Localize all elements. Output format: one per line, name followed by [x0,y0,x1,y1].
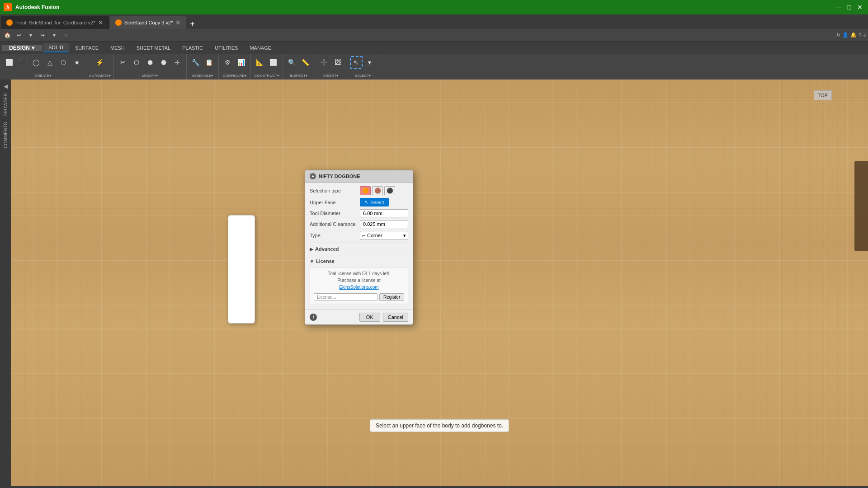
tab-close-1[interactable]: ✕ [175,19,181,26]
main-toolbar: ⬜ ⬛ ◯ △ ⬡ ★ CREATE▾ ⚡ AUTOMATE▾ ✂ ⬡ ⬢ ⬣ … [0,54,868,80]
redo-icon[interactable]: ↪ [37,30,48,40]
menu-tabs: DESIGN ▾ SOLID SURFACE MESH SHEET METAL … [0,42,868,54]
shape-white[interactable] [228,215,255,324]
create-revolve-icon[interactable]: ◯ [30,56,42,69]
menu-tab-sheet-metal[interactable]: SHEET METAL [131,44,176,52]
sel-icon-solid[interactable]: 🟠 [360,186,371,195]
insert-icon[interactable]: ➕ [318,56,330,69]
tab-0[interactable]: Final_SideStand_for_Cardboard v2* ✕ [1,16,109,29]
modify-label[interactable]: MODIFY▾ [142,74,158,78]
menu-tab-surface[interactable]: SURFACE [70,44,104,52]
assemble-joint-icon[interactable]: 🔧 [189,56,202,69]
shape-container [228,215,255,324]
construct-label[interactable]: CONSTRUCT▾ [255,74,279,78]
trial-text: Trial license with 58.1 days left. Purch… [314,270,404,291]
nav-bell-icon[interactable]: 🔔 [850,32,857,38]
sel-icon-edge[interactable]: ⚫ [384,186,395,195]
modify-shell-icon[interactable]: ⬣ [157,56,170,69]
configure-table-icon[interactable]: 📊 [235,56,248,69]
redo-dropdown-icon[interactable]: ▾ [49,30,60,40]
tool-diameter-row: Tool Diameter [310,209,408,217]
create-sweep-icon[interactable]: △ [43,56,56,69]
configure-label[interactable]: CONFIGURE▾ [223,74,246,78]
app-logo: A [4,3,12,11]
toolbar-group-insert: ➕ 🖼 INSERT▾ [315,54,347,80]
assemble-label[interactable]: ASSEMBLE▾ [192,74,213,78]
construct-axis-icon[interactable]: ⬜ [267,56,280,69]
modify-fillet-icon[interactable]: ⬡ [130,56,143,69]
create-more-icon[interactable]: ★ [71,56,83,69]
home-icon[interactable]: 🏠 [2,30,13,40]
license-link[interactable]: EkinsSolutions.com [339,285,378,290]
tool-diameter-input[interactable] [360,209,408,217]
comments-label[interactable]: COMMENTS [3,120,8,150]
modify-press-pull-icon[interactable]: ✂ [117,56,129,69]
additional-clearance-input[interactable] [360,220,408,228]
configure-icon[interactable]: ⚙ [222,56,234,69]
construct-plane-icon[interactable]: 📐 [254,56,266,69]
insert-decal-icon[interactable]: 🖼 [331,56,344,69]
ok-button[interactable]: OK [359,313,380,322]
toolbar-group-create: ⬜ ⬛ ◯ △ ⬡ ★ CREATE▾ [0,54,86,80]
top-label: TOP [814,90,832,100]
close-button[interactable]: ✕ [855,4,864,10]
type-select[interactable]: ⌐ Corner ▾ [360,231,408,240]
inspect-interference-icon[interactable]: 📏 [299,56,312,69]
license-section-header[interactable]: ▼ License [310,257,408,265]
create-new-component-icon[interactable]: ⬜ [3,56,15,69]
info-icon[interactable]: i [310,314,317,321]
create-extrude-icon[interactable]: ⬛ [16,56,29,69]
home-nav-icon[interactable]: ⌂ [61,30,71,40]
menu-tab-mesh[interactable]: MESH [105,44,130,52]
menu-tab-plastic[interactable]: PLASTIC [177,44,208,52]
tab-close-0[interactable]: ✕ [98,19,104,26]
browser-label[interactable]: BROWSER [3,91,8,118]
main-area: ◀ BROWSER COMMENTS TOP Select an upper f… [0,80,868,486]
register-button[interactable]: Register [379,293,404,301]
modify-move-icon[interactable]: ✛ [171,56,184,69]
sel-icon-face[interactable]: 🟤 [372,186,383,195]
tool-diameter-label: Tool Diameter [310,211,357,216]
dialog-icon: ● [310,173,316,179]
minimize-button[interactable]: — [834,4,843,10]
automate-icon[interactable]: ⚡ [94,56,106,69]
maximize-button[interactable]: □ [844,4,854,10]
insert-label[interactable]: INSERT▾ [323,74,338,78]
inspect-label[interactable]: INSPECT▾ [290,74,307,78]
dialog-body: Selection type 🟠 🟤 ⚫ Upper Face ↖ Select [305,183,413,310]
design-button[interactable]: DESIGN ▾ [2,45,42,51]
canvas[interactable]: TOP Select an upper face of the body to … [11,80,868,486]
select-label[interactable]: SELECT▾ [355,74,371,78]
menu-tab-manage[interactable]: MANAGE [244,44,277,52]
tab-label-0: Final_SideStand_for_Cardboard v2* [15,20,95,25]
create-loft-icon[interactable]: ⬡ [57,56,70,69]
advanced-section-header[interactable]: ▶ Advanced [310,245,408,253]
toolbar-group-configure: ⚙ 📊 CONFIGURE▾ [219,54,251,80]
tab-bar: Final_SideStand_for_Cardboard v2* ✕ Side… [0,14,868,29]
select-dropdown-icon[interactable]: ▾ [363,56,376,69]
menu-tab-solid[interactable]: SOLID [43,43,69,52]
nav-help-icon[interactable]: ? [859,33,861,38]
automate-label[interactable]: AUTOMATE▾ [89,74,111,78]
tab-1[interactable]: SideStand Copy 3 v2* ✕ [110,16,187,29]
select-icon[interactable]: ↖ [350,56,363,69]
menu-tab-utilities[interactable]: UTILITIES [209,44,243,52]
undo-dropdown-icon[interactable]: ▾ [25,30,36,40]
cancel-button[interactable]: Cancel [383,313,408,322]
nav-user-icon[interactable]: 👤 [842,32,849,38]
sidebar-collapse-arrow[interactable]: ◀ [4,83,8,89]
modify-chamfer-icon[interactable]: ⬢ [144,56,156,69]
left-sidebar: ◀ BROWSER COMMENTS [0,80,11,486]
inspect-measure-icon[interactable]: 🔍 [286,56,298,69]
new-tab-button[interactable]: + [186,19,198,29]
toolbar-group-assemble: 🔧 📋 ASSEMBLE▾ [187,54,219,80]
assemble-joint-origin-icon[interactable]: 📋 [203,56,216,69]
selection-type-row: Selection type 🟠 🟤 ⚫ [310,186,408,195]
nav-refresh-icon[interactable]: ↻ [836,32,840,38]
nav-account-icon[interactable]: ○ [863,33,866,38]
create-label[interactable]: CREATE▾ [35,74,51,78]
upper-face-select-button[interactable]: ↖ Select [360,198,389,206]
license-input[interactable] [314,293,377,301]
undo-icon[interactable]: ↩ [14,30,24,40]
license-content: Trial license with 58.1 days left. Purch… [310,267,408,304]
